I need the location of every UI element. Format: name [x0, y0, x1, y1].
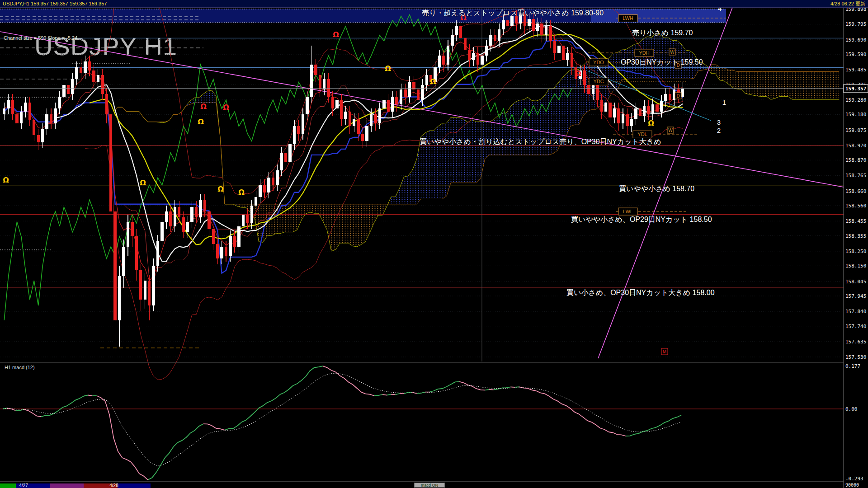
- svg-text:YDO: YDO: [593, 60, 604, 65]
- price-axis[interactable]: [844, 8, 868, 482]
- svg-text:YDL: YDL: [637, 131, 647, 137]
- svg-text:Ω: Ω: [430, 77, 436, 86]
- svg-text:Ω: Ω: [385, 64, 391, 73]
- svg-text:Ω: Ω: [333, 30, 339, 39]
- svg-text:Ω: Ω: [217, 185, 224, 193]
- svg-text:Ω: Ω: [140, 178, 146, 187]
- svg-text:3: 3: [717, 118, 721, 126]
- svg-text:2: 2: [717, 127, 721, 134]
- svg-text:Ω: Ω: [575, 69, 581, 78]
- svg-text:4/27: 4/27: [19, 483, 28, 488]
- svg-text:W: W: [668, 128, 673, 133]
- svg-text:YDH: YDH: [639, 50, 649, 56]
- svg-text:Ω: Ω: [200, 102, 207, 111]
- candles-group: [3, 9, 684, 352]
- svg-text:Ω: Ω: [198, 117, 204, 126]
- svg-text:D: D: [676, 63, 679, 68]
- svg-text:Ω: Ω: [3, 176, 9, 184]
- chart-window: USDJPY H1 ΩΩΩΩΩΩΩΩΩΩΩΩΩLWHYDHYDOYDCYDLLW…: [0, 0, 868, 488]
- svg-text:M: M: [663, 349, 666, 354]
- svg-text:4/28: 4/28: [109, 483, 118, 488]
- macd-on-button[interactable]: macd ON: [414, 483, 445, 488]
- svg-text:YDC: YDC: [593, 79, 604, 84]
- svg-text:Ω: Ω: [223, 103, 229, 112]
- top-bar: USDJPY,H1 159.357 159.357 159.357 159.35…: [0, 0, 868, 8]
- symbol-ohlc-readout: USDJPY,H1 159.357 159.357 159.357 159.35…: [3, 0, 107, 8]
- svg-text:1: 1: [722, 99, 726, 106]
- svg-text:Ω: Ω: [238, 188, 245, 197]
- svg-text:W: W: [670, 50, 675, 55]
- svg-text:LWL: LWL: [623, 209, 633, 214]
- svg-text:Ω: Ω: [460, 14, 467, 22]
- chart-area[interactable]: ΩΩΩΩΩΩΩΩΩΩΩΩΩLWHYDHYDOYDCYDLLWLWDDWM4132…: [0, 0, 868, 488]
- svg-text:Ω: Ω: [648, 119, 654, 127]
- svg-text:LWH: LWH: [623, 15, 633, 21]
- svg-text:D: D: [676, 94, 679, 99]
- svg-text:90000: 90000: [845, 483, 859, 488]
- update-timestamp: 4/28 06:22 更新: [830, 0, 865, 8]
